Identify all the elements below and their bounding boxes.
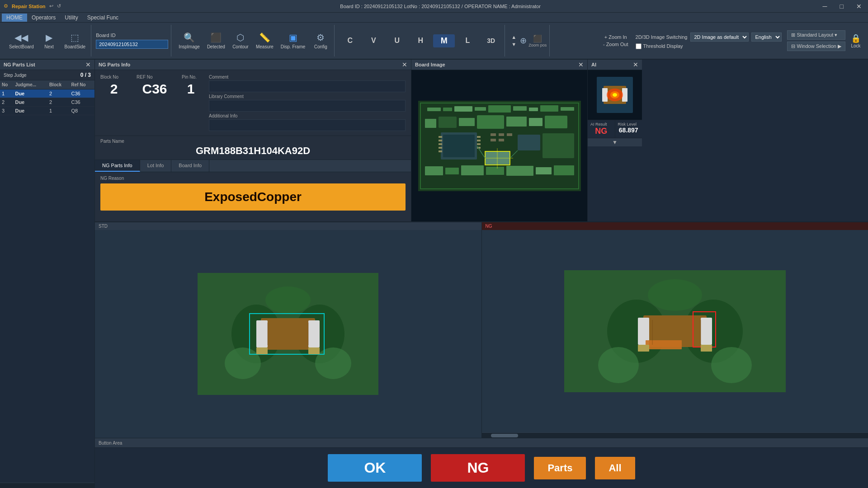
ng-parts-info-close-button[interactable]: ✕	[402, 61, 407, 68]
board-side-label: BoardSide	[64, 44, 85, 49]
detected-button[interactable]: ⬛ Detected	[204, 30, 228, 51]
ai-result-row: AI Result NG Risk Level 68.897	[588, 120, 642, 138]
h-button[interactable]: H	[410, 35, 431, 47]
zoom-out-text-button[interactable]: - Zoom Out	[601, 41, 630, 47]
button-area-label: Button Area	[99, 441, 122, 446]
board-side-button[interactable]: ⬚ BoardSide	[61, 30, 88, 51]
std-component-svg	[198, 273, 378, 395]
main-layout: NG Parts List ✕ Step Judge 0 / 3 No Judg…	[0, 60, 868, 488]
threshold-display-group: Threshold Display	[636, 43, 782, 49]
insp-image-button[interactable]: 🔍 InspImage	[176, 30, 203, 51]
svg-rect-27	[477, 143, 481, 145]
col-judgment: Judgme...	[13, 80, 47, 89]
lock-button[interactable]: 🔒 Lock	[851, 33, 861, 48]
table-row[interactable]: 2 Due 2 C36	[0, 98, 94, 107]
cell-block: 2	[47, 89, 70, 98]
m-button[interactable]: M	[433, 34, 455, 47]
insp-image-label: InspImage	[179, 44, 200, 49]
maximize-button[interactable]: □	[837, 3, 846, 10]
image-switch-select[interactable]: 2D Image as default	[690, 33, 749, 42]
table-row[interactable]: 3 Due 1 Q8	[0, 107, 94, 115]
ng-reason-section: NG Reason ExposedCopper	[95, 172, 411, 221]
svg-rect-12	[439, 117, 457, 128]
ai-expand-button[interactable]: ▼	[588, 138, 642, 146]
ref-no-field: REF No C36	[137, 75, 173, 97]
horizontal-scrollbar[interactable]	[0, 483, 94, 488]
zoom-in-text-button[interactable]: + Zoom In	[601, 34, 630, 40]
ai-panel-close-button[interactable]: ✕	[633, 61, 638, 68]
select-board-button[interactable]: ◀◀ SelectBoard	[6, 30, 36, 51]
svg-rect-33	[499, 139, 504, 141]
board-id-input[interactable]	[96, 40, 168, 49]
app-name: Repair Station	[12, 4, 46, 9]
svg-rect-32	[491, 139, 496, 141]
standard-layout-button[interactable]: ⊞ Standard Layout ▾	[787, 30, 846, 40]
std-label: STD	[99, 224, 108, 229]
window-selection-button[interactable]: ⊟ Window Selection ▶	[787, 42, 846, 51]
all-button[interactable]: All	[595, 457, 635, 479]
ng-scrollbar[interactable]	[482, 432, 868, 438]
board-image-content	[411, 70, 587, 221]
tab-board-info[interactable]: Board Info	[171, 160, 209, 172]
select-board-label: SelectBoard	[9, 44, 33, 49]
svg-point-56	[613, 93, 617, 97]
u-button[interactable]: U	[386, 35, 408, 47]
l-button[interactable]: L	[457, 35, 478, 47]
svg-point-62	[265, 286, 311, 314]
board-image-close-button[interactable]: ✕	[578, 61, 584, 68]
next-button[interactable]: ▶ Next	[38, 30, 60, 51]
svg-rect-14	[477, 115, 504, 129]
app-icon: ⚙	[4, 3, 8, 9]
cell-ref-no: Q8	[69, 107, 94, 115]
measure-label: Measure	[256, 44, 274, 49]
config-button[interactable]: ⚙ Config	[310, 30, 331, 51]
undo-icon[interactable]: ↩	[49, 3, 53, 9]
redo-icon[interactable]: ↺	[57, 3, 61, 9]
menu-special-func[interactable]: Special Func	[83, 14, 123, 22]
std-image-content	[95, 230, 481, 438]
toolbar-nav-group: ◀◀ SelectBoard ▶ Next ⬚ BoardSide	[4, 25, 91, 56]
close-button[interactable]: ✕	[854, 3, 864, 10]
svg-rect-25	[477, 136, 481, 138]
measure-button[interactable]: 📏 Measure	[253, 30, 276, 51]
threshold-label: Threshold Display	[643, 43, 683, 49]
ng-panel-header: NG	[482, 222, 868, 230]
svg-rect-84	[638, 345, 649, 352]
parts-button[interactable]: Parts	[534, 457, 586, 479]
ok-button[interactable]: OK	[328, 454, 422, 482]
disp-frame-button[interactable]: ▣ Disp. Frame	[278, 30, 308, 51]
svg-rect-38	[425, 166, 443, 175]
zoom-in-button[interactable]: ▲	[509, 34, 518, 40]
std-ng-images-section: STD	[95, 222, 868, 438]
menu-utility[interactable]: Utility	[60, 14, 82, 22]
svg-rect-10	[561, 107, 574, 111]
svg-rect-19	[443, 135, 475, 157]
library-comment-label: Library Comment	[209, 94, 406, 99]
ai-panel-header: AI ✕	[588, 60, 642, 70]
tab-lot-info[interactable]: Lot Info	[140, 160, 172, 172]
ng-parts-list-close-button[interactable]: ✕	[85, 61, 91, 68]
c-button[interactable]: C	[339, 35, 361, 47]
contour-button[interactable]: ⬡ Contour	[230, 30, 251, 51]
ng-action-button[interactable]: NG	[431, 454, 525, 482]
zoom-out-button[interactable]: ▼	[509, 41, 518, 47]
ref-no-label: REF No	[137, 75, 173, 80]
tab-ng-parts-info[interactable]: NG Parts Info	[95, 160, 140, 172]
3d-button[interactable]: 3D	[480, 35, 502, 46]
minimize-button[interactable]: ─	[820, 3, 830, 10]
ai-panel-title: AI	[591, 62, 596, 67]
menu-home[interactable]: HOME	[2, 14, 27, 22]
language-select[interactable]: English	[751, 33, 782, 42]
action-buttons-area: OK NG Parts All	[95, 448, 868, 488]
ng-reason-value: ExposedCopper	[100, 183, 406, 211]
config-label: Config	[314, 44, 327, 49]
svg-rect-23	[439, 147, 442, 149]
v-button[interactable]: V	[363, 35, 384, 47]
ng-parts-info-header: NG Parts Info ✕	[95, 60, 411, 70]
svg-rect-22	[439, 143, 442, 145]
table-row[interactable]: 1 Due 2 C36	[0, 89, 94, 98]
threshold-checkbox[interactable]	[636, 43, 642, 49]
menu-operators[interactable]: Operators	[27, 14, 60, 22]
zoom-pos-button[interactable]: ⬛ Zoom pos	[528, 34, 547, 47]
step-judge-bar: Step Judge 0 / 3	[0, 70, 94, 80]
